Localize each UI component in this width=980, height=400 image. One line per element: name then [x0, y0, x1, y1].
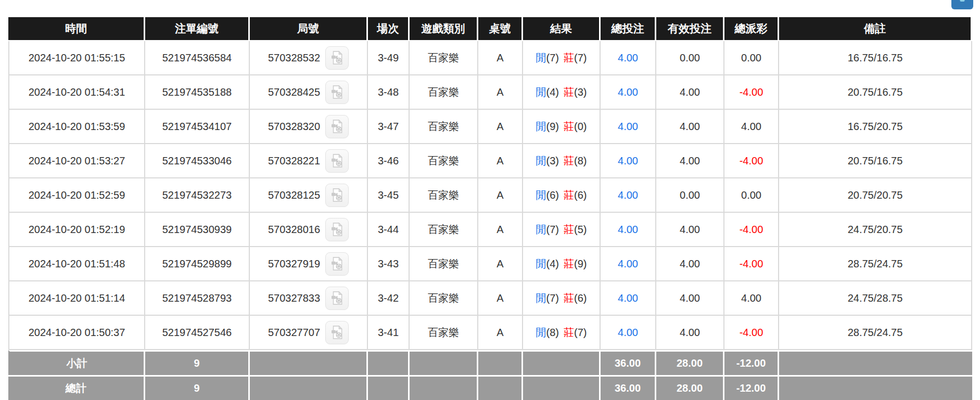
cell-session: 3-43 [368, 247, 410, 281]
cell-payout: -4.00 [724, 247, 779, 281]
cell-result: 閒(7)莊(6) [523, 281, 601, 316]
total-bet-link[interactable]: 4.00 [618, 292, 638, 304]
cell-result: 閒(9)莊(0) [523, 110, 601, 144]
video-replay-button[interactable] [325, 81, 349, 104]
banker-result-score: (5) [574, 224, 587, 236]
video-replay-icon [330, 291, 345, 305]
total-bet-link[interactable]: 4.00 [618, 258, 638, 270]
cell-valid-bet: 4.00 [656, 75, 724, 110]
cell-bet-id: 521974532273 [145, 178, 250, 213]
player-result-label: 閒 [536, 326, 546, 340]
cell-note: 28.75/24.75 [779, 316, 972, 350]
cell-game-type: 百家樂 [410, 144, 478, 178]
cell-bet-id: 521974533046 [145, 144, 250, 178]
banker-result-label: 莊 [564, 51, 574, 65]
round-id-text: 570328320 [268, 121, 320, 133]
cell-payout: 0.00 [724, 41, 779, 75]
video-replay-button[interactable] [325, 184, 349, 207]
column-header-valid-bet: 有效投注 [656, 17, 724, 41]
cell-game-type: 百家樂 [410, 110, 478, 144]
cell-time: 2024-10-20 01:51:14 [8, 281, 145, 316]
cell-valid-bet: 4.00 [656, 144, 724, 178]
subtotal-empty [250, 350, 368, 375]
banker-result-label: 莊 [564, 120, 574, 134]
total-bet-link[interactable]: 4.00 [618, 327, 638, 339]
column-header-note: 備註 [779, 17, 972, 41]
cell-payout: 4.00 [724, 281, 779, 316]
column-header-table-no: 桌號 [478, 17, 523, 41]
total-bet-link[interactable]: 4.00 [618, 224, 638, 236]
cell-time: 2024-10-20 01:50:37 [8, 316, 145, 350]
cell-table-no: A [478, 213, 523, 247]
column-header-round-id: 局號 [250, 17, 368, 41]
player-result-score: (8) [546, 327, 559, 339]
cell-note: 20.75/16.75 [779, 144, 972, 178]
video-replay-button[interactable] [325, 115, 349, 138]
cell-result: 閒(3)莊(8) [523, 144, 601, 178]
cell-valid-bet: 4.00 [656, 110, 724, 144]
video-replay-button[interactable] [325, 218, 349, 241]
cell-time: 2024-10-20 01:55:15 [8, 41, 145, 75]
cell-note: 16.75/20.75 [779, 110, 972, 144]
player-result-score: (7) [546, 292, 559, 304]
cell-round-id: 570328221 [250, 144, 368, 178]
cell-time: 2024-10-20 01:51:48 [8, 247, 145, 281]
video-replay-button[interactable] [325, 46, 349, 70]
video-replay-icon [330, 222, 345, 237]
total-bet-link[interactable]: 4.00 [618, 155, 638, 167]
banker-result-label: 莊 [564, 85, 574, 99]
total-bet-link[interactable]: 4.00 [618, 189, 638, 201]
cell-game-type: 百家樂 [410, 316, 478, 350]
cell-total-bet: 4.00 [601, 281, 656, 316]
subtotal-count: 9 [145, 350, 250, 375]
cell-total-bet: 4.00 [601, 110, 656, 144]
video-replay-button[interactable] [325, 252, 349, 276]
scroll-top-button[interactable] [951, 0, 973, 9]
cell-round-id: 570328320 [250, 110, 368, 144]
cell-session: 3-49 [368, 41, 410, 75]
cell-valid-bet: 0.00 [656, 41, 724, 75]
video-replay-icon [330, 325, 345, 340]
grand-total-note [779, 375, 972, 400]
cell-valid-bet: 0.00 [656, 178, 724, 213]
cell-time: 2024-10-20 01:52:59 [8, 178, 145, 213]
subtotal-valid-bet: 28.00 [656, 350, 724, 375]
cell-total-bet: 4.00 [601, 41, 656, 75]
banker-result-label: 莊 [564, 291, 574, 305]
cell-game-type: 百家樂 [410, 213, 478, 247]
cell-note: 28.75/24.75 [779, 247, 972, 281]
player-result-label: 閒 [536, 188, 546, 202]
round-id-text: 570328125 [268, 189, 320, 201]
cell-bet-id: 521974528793 [145, 281, 250, 316]
total-bet-link[interactable]: 4.00 [618, 52, 638, 64]
cell-valid-bet: 4.00 [656, 281, 724, 316]
bet-history-page: { "top_button": { "title": "" }, "colors… [0, 0, 980, 400]
player-result-score: (4) [546, 86, 559, 98]
cell-session: 3-44 [368, 213, 410, 247]
player-result-score: (7) [546, 52, 559, 64]
video-replay-button[interactable] [325, 287, 349, 310]
banker-result-score: (6) [574, 189, 587, 201]
grand-total-count: 9 [145, 375, 250, 400]
banker-result-score: (7) [574, 327, 587, 339]
cell-total-bet: 4.00 [601, 178, 656, 213]
player-result-score: (4) [546, 258, 559, 270]
grand-total-valid-bet: 28.00 [656, 375, 724, 400]
cell-total-bet: 4.00 [601, 213, 656, 247]
cell-session: 3-42 [368, 281, 410, 316]
round-id-text: 570327919 [268, 258, 320, 270]
scroll-top-icon [960, 0, 965, 2]
cell-bet-id: 521974534107 [145, 110, 250, 144]
video-replay-button[interactable] [325, 149, 349, 173]
video-replay-button[interactable] [325, 321, 349, 344]
total-bet-link[interactable]: 4.00 [618, 121, 638, 133]
banker-result-label: 莊 [564, 154, 574, 168]
cell-table-no: A [478, 178, 523, 213]
total-bet-link[interactable]: 4.00 [618, 86, 638, 98]
video-replay-icon [330, 256, 345, 271]
banker-result-label: 莊 [564, 326, 574, 340]
cell-time: 2024-10-20 01:53:59 [8, 110, 145, 144]
cell-table-no: A [478, 144, 523, 178]
cell-session: 3-41 [368, 316, 410, 350]
cell-note: 20.75/20.75 [779, 178, 972, 213]
